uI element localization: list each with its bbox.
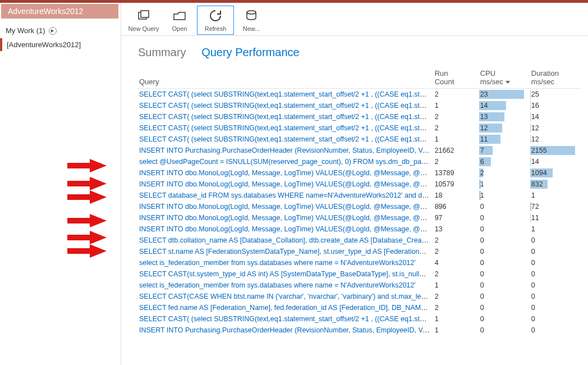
query-link[interactable]: SELECT st.name AS [FederationSystemDataT…: [139, 248, 434, 256]
refresh-button[interactable]: Refresh: [197, 6, 233, 34]
query-link[interactable]: INSERT INTO dbo.MonoLog(LogId, Message, …: [139, 203, 434, 211]
new-query-button[interactable]: New Query: [126, 6, 162, 34]
col-query[interactable]: Query: [138, 67, 434, 89]
annotation-arrow-icon: [67, 214, 107, 227]
svg-marker-6: [67, 214, 107, 227]
table-row: SELECT dtb.collation_name AS [Database_C…: [138, 235, 581, 246]
cell-run-count: 1: [434, 325, 479, 336]
sidebar-item-database[interactable]: [AdventureWorks2012]: [0, 38, 120, 51]
svg-marker-5: [67, 190, 107, 204]
my-work-link[interactable]: My Work (1): [0, 23, 120, 38]
cell-duration: 1: [530, 190, 581, 201]
query-link[interactable]: SELECT CAST( (select SUBSTRING(text,eq1.…: [139, 315, 434, 323]
table-row: SELECT database_id FROM sys.databases WH…: [138, 190, 581, 201]
cell-cpu: 0: [479, 325, 530, 336]
tabs: Summary Query Performance: [121, 36, 588, 67]
query-link[interactable]: SELECT CAST( (select SUBSTRING(text,eq1.…: [139, 124, 434, 132]
cell-duration: 2155: [530, 145, 581, 156]
cell-duration: 0: [530, 280, 581, 291]
query-link[interactable]: INSERT INTO Purchasing.PurchaseOrderHead…: [139, 326, 434, 334]
database-tab[interactable]: AdventureWorks2012: [1, 4, 118, 19]
cell-cpu: 0: [479, 201, 530, 212]
table-row: SELECT CAST( (select SUBSTRING(text,eq1.…: [138, 89, 581, 100]
table-row: SELECT CAST( (select SUBSTRING(text,eq1.…: [138, 100, 581, 111]
col-duration[interactable]: Duration ms/sec: [530, 67, 581, 89]
cell-run-count: 2: [434, 268, 479, 280]
tab-summary[interactable]: Summary: [138, 46, 186, 59]
tab-query-performance[interactable]: Query Performance: [201, 46, 300, 59]
cell-run-count: 2: [434, 111, 479, 122]
col-cpu[interactable]: CPU ms/sec: [479, 67, 530, 89]
cell-run-count: 97: [434, 212, 479, 223]
table-row: SELECT CAST( (select SUBSTRING(text,eq1.…: [138, 313, 581, 325]
query-link[interactable]: INSERT INTO dbo.MonoLog(LogId, Message, …: [139, 225, 434, 233]
my-work-label: My Work (1): [6, 26, 45, 35]
cell-duration: 0: [530, 313, 581, 325]
cell-run-count: 1: [434, 280, 479, 291]
query-link[interactable]: select is_federation_member from sys.dat…: [139, 281, 416, 289]
query-link[interactable]: SELECT CAST( (select SUBSTRING(text,eq1.…: [139, 135, 434, 143]
cell-duration: 72: [530, 201, 581, 212]
query-link[interactable]: SELECT CAST( (select SUBSTRING(text,eq1.…: [139, 90, 434, 98]
table-row: SELECT CAST( (select SUBSTRING(text,eq1.…: [138, 134, 581, 145]
cell-run-count: 1: [434, 100, 479, 111]
cell-duration: 832: [530, 179, 581, 190]
query-link[interactable]: SELECT CAST(st.system_type_id AS int) AS…: [139, 270, 434, 278]
cell-cpu: 0: [479, 280, 530, 291]
annotation-arrow-icon: [67, 177, 107, 190]
new-button[interactable]: New...: [233, 6, 269, 34]
annotation-arrow-icon: [67, 190, 107, 204]
cell-run-count: 1: [434, 313, 479, 325]
col-run-count[interactable]: Run Count: [434, 67, 479, 89]
query-link[interactable]: SELECT CAST( (select SUBSTRING(text,eq1.…: [139, 102, 434, 110]
query-link[interactable]: select @UsedPageCount = ISNULL(SUM(reser…: [139, 158, 434, 166]
cell-cpu: 11: [479, 134, 530, 145]
cell-run-count: 2: [434, 246, 479, 257]
table-row: INSERT INTO dbo.MonoLog(LogId, Message, …: [138, 212, 581, 223]
cell-duration: 1: [530, 223, 581, 235]
cell-run-count: 13: [434, 223, 479, 235]
cell-duration: 14: [530, 111, 581, 122]
cell-duration: 0: [530, 325, 581, 336]
cell-duration: 0: [530, 257, 581, 268]
query-link[interactable]: SELECT fed.name AS [Federation_Name], fe…: [139, 304, 434, 312]
cell-run-count: 10579: [434, 179, 479, 190]
database-new-icon: [233, 8, 269, 23]
cell-cpu: 2: [479, 167, 530, 179]
cell-run-count: 2: [434, 291, 479, 302]
query-link[interactable]: INSERT INTO dbo.MonoLog(LogId, Message, …: [139, 214, 434, 222]
query-link[interactable]: INSERT INTO Purchasing.PurchaseOrderHead…: [139, 147, 434, 154]
query-link[interactable]: SELECT CAST(CASE WHEN btst.name IN ('var…: [139, 293, 434, 300]
table-row: INSERT INTO dbo.MonoLog(LogId, Message, …: [138, 223, 581, 235]
cell-cpu: 23: [479, 89, 530, 100]
cell-cpu: 0: [479, 268, 530, 280]
query-link[interactable]: SELECT database_id FROM sys.databases WH…: [139, 191, 434, 199]
annotation-arrow-icon: [67, 159, 107, 172]
cell-cpu: 0: [479, 302, 530, 313]
annotation-arrow-icon: [67, 244, 107, 258]
table-row: SELECT fed.name AS [Federation_Name], fe…: [138, 302, 581, 313]
cell-duration: 0: [530, 291, 581, 302]
query-link[interactable]: SELECT dtb.collation_name AS [Database_C…: [139, 236, 434, 244]
cell-run-count: 13789: [434, 167, 479, 179]
cell-cpu: 7: [479, 145, 530, 156]
cell-duration: 0: [530, 246, 581, 257]
cell-run-count: 2: [434, 89, 479, 100]
cell-cpu: 1: [479, 179, 530, 190]
cell-duration: 0: [530, 302, 581, 313]
query-link[interactable]: INSERT INTO dbo.MonoLog(LogId, Message, …: [139, 180, 434, 188]
sort-desc-icon: [506, 81, 510, 84]
open-button[interactable]: Open: [162, 6, 197, 34]
cell-cpu: 12: [479, 122, 530, 134]
svg-marker-3: [67, 159, 107, 172]
annotation-arrow-icon: [67, 231, 107, 244]
cell-run-count: 2: [434, 235, 479, 246]
query-link[interactable]: SELECT CAST( (select SUBSTRING(text,eq1.…: [139, 113, 434, 121]
query-link[interactable]: select is_federation_member from sys.dat…: [139, 259, 416, 267]
table-row: select @UsedPageCount = ISNULL(SUM(reser…: [138, 156, 581, 167]
query-link[interactable]: INSERT INTO dbo.MonoLog(LogId, Message, …: [139, 169, 434, 177]
query-performance-grid: Query Run Count CPU ms/sec Duration ms/s…: [138, 67, 581, 336]
cell-duration: 0: [530, 235, 581, 246]
cell-cpu: 14: [479, 100, 530, 111]
table-row: INSERT INTO dbo.MonoLog(LogId, Message, …: [138, 201, 581, 212]
